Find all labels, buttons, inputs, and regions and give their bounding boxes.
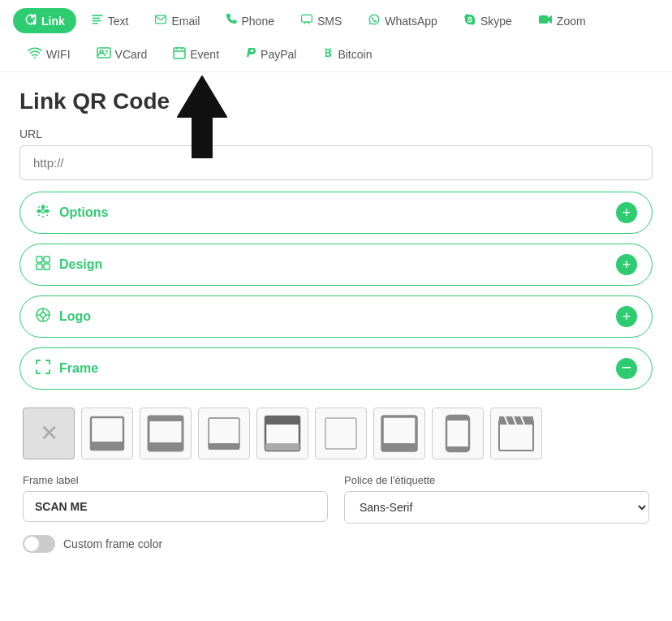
nav-item-vcard[interactable]: VCard	[85, 42, 159, 66]
frame-label-field: Frame label	[23, 474, 328, 522]
nav-item-whatsapp[interactable]: WhatsApp	[356, 8, 449, 33]
svg-point-12	[41, 209, 45, 213]
logo-expand-btn[interactable]: +	[616, 306, 637, 327]
svg-rect-30	[149, 416, 183, 421]
frame-font-label: Police de l'étiquette	[344, 474, 649, 486]
svg-rect-2	[92, 20, 101, 22]
svg-point-42	[456, 448, 459, 451]
svg-rect-8	[97, 48, 110, 58]
nav-item-email[interactable]: Email	[143, 8, 211, 33]
svg-point-15	[46, 209, 49, 212]
nav-label-bitcoin: Bitcoin	[338, 48, 372, 61]
svg-rect-43	[499, 420, 533, 451]
svg-point-13	[38, 209, 41, 212]
nav-label-text: Text	[108, 15, 129, 28]
frame-thumb-1[interactable]	[81, 408, 133, 459]
nav-label-vcard: VCard	[115, 48, 148, 61]
svg-rect-6	[539, 15, 548, 24]
nav-item-text[interactable]: Text	[80, 8, 140, 33]
event-icon	[173, 46, 186, 62]
skype-icon	[463, 13, 476, 28]
link-icon	[24, 13, 37, 28]
svg-rect-36	[325, 418, 356, 449]
design-label: Design	[59, 257, 102, 272]
nav-item-phone[interactable]: Phone	[214, 8, 285, 33]
frame-thumb-none[interactable]: ✕	[23, 408, 75, 459]
options-icon	[35, 203, 51, 223]
nav-item-bitcoin[interactable]: Bitcoin	[311, 41, 383, 67]
zoom-icon	[538, 14, 553, 28]
nav-label-skype: Skype	[480, 15, 512, 28]
email-icon	[154, 13, 167, 28]
nav-item-zoom[interactable]: Zoom	[527, 9, 597, 32]
frame-collapse-btn[interactable]: −	[616, 358, 637, 379]
nav-item-event[interactable]: Event	[162, 41, 230, 67]
frame-label: Frame	[59, 361, 98, 376]
frame-thumb-2[interactable]	[140, 408, 192, 459]
svg-rect-3	[92, 23, 97, 24]
design-icon	[35, 255, 51, 275]
options-label: Options	[59, 205, 108, 220]
custom-color-label: Custom frame color	[63, 537, 162, 550]
nav-row2: WIFI VCard Event PayPal	[13, 41, 659, 67]
svg-rect-29	[149, 442, 183, 451]
frame-thumb-8[interactable]	[490, 408, 542, 459]
paypal-icon	[245, 46, 256, 62]
frame-thumb-6[interactable]	[373, 408, 425, 459]
frame-section[interactable]: Frame −	[19, 347, 653, 390]
svg-rect-34	[265, 416, 299, 425]
sms-icon	[300, 13, 313, 28]
wifi-icon	[28, 47, 42, 61]
svg-rect-39	[446, 416, 469, 451]
whatsapp-icon	[368, 13, 381, 28]
logo-label: Logo	[59, 309, 91, 324]
svg-point-14	[42, 205, 45, 208]
design-expand-btn[interactable]: +	[616, 254, 637, 275]
frame-bottom: Frame label Police de l'étiquette Sans-S…	[23, 474, 649, 524]
frame-font-select[interactable]: Sans-Serif Serif Monospace Cursive	[344, 491, 649, 524]
custom-color-row: Custom frame color	[23, 535, 649, 553]
svg-rect-16	[37, 257, 42, 262]
nav-item-link[interactable]: Link	[13, 8, 76, 33]
nav-label-wifi: WIFI	[46, 48, 71, 61]
custom-color-toggle[interactable]	[23, 535, 55, 553]
no-frame-icon: ✕	[40, 422, 58, 445]
svg-rect-4	[156, 15, 166, 24]
svg-rect-18	[37, 264, 42, 270]
url-input[interactable]	[19, 145, 653, 180]
nav-label-event: Event	[190, 48, 219, 61]
svg-point-21	[41, 313, 45, 317]
frame-label-input[interactable]	[23, 491, 328, 522]
svg-rect-35	[265, 443, 299, 451]
nav-row1: Link Text Email Phone SM	[13, 8, 659, 33]
svg-rect-10	[174, 48, 185, 58]
design-section[interactable]: Design +	[19, 244, 653, 286]
svg-rect-17	[44, 257, 50, 262]
svg-rect-1	[92, 18, 100, 19]
nav-item-sms[interactable]: SMS	[289, 8, 353, 33]
options-expand-btn[interactable]: +	[616, 202, 637, 223]
svg-rect-0	[92, 15, 102, 16]
frame-thumb-5[interactable]	[315, 408, 367, 459]
nav-item-wifi[interactable]: WIFI	[16, 42, 82, 66]
nav-bar: Link Text Email Phone SM	[0, 0, 672, 72]
url-label: URL	[19, 127, 653, 140]
svg-rect-32	[209, 443, 239, 450]
frame-thumb-3[interactable]	[198, 408, 250, 459]
page-title: Link QR Code	[19, 88, 653, 114]
frame-thumbnails: ✕	[23, 408, 649, 459]
svg-marker-11	[178, 76, 226, 157]
nav-label-zoom: Zoom	[557, 15, 586, 28]
nav-label-phone: Phone	[241, 15, 274, 28]
frame-thumb-7[interactable]	[432, 408, 484, 459]
svg-rect-40	[446, 416, 469, 420]
text-nav-icon	[91, 13, 104, 28]
options-section[interactable]: Options +	[19, 192, 653, 234]
frame-font-field: Police de l'étiquette Sans-Serif Serif M…	[344, 474, 649, 524]
nav-item-skype[interactable]: Skype	[452, 8, 523, 33]
nav-item-paypal[interactable]: PayPal	[234, 41, 308, 67]
logo-icon	[35, 307, 51, 327]
logo-section[interactable]: Logo +	[19, 295, 653, 338]
frame-thumb-4[interactable]	[256, 408, 308, 459]
nav-label-link: Link	[41, 15, 65, 28]
